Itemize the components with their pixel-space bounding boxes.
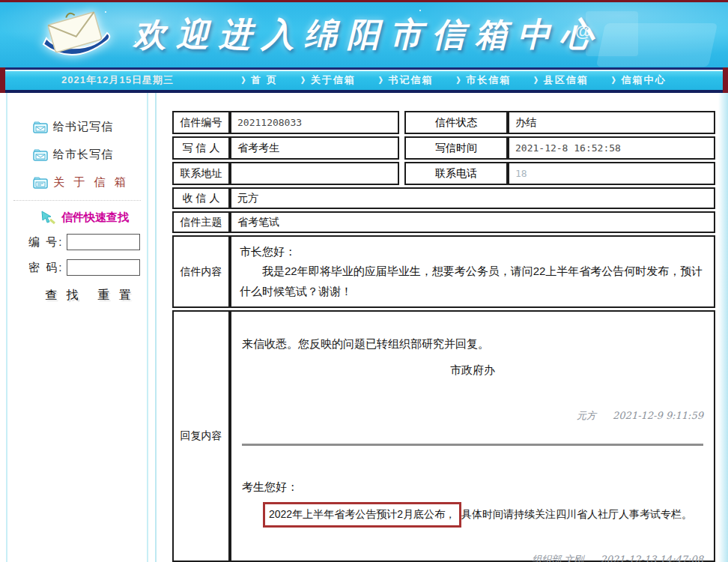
table-row: 联系地址 联系电话 18 [172,162,715,185]
reply-content-label: 回复内容 [172,310,230,562]
nav-item-county-mailbox[interactable]: 》县区信箱 [534,73,589,87]
letter-greeting: 市长您好： [240,242,706,262]
letter-body: 我是22年即将毕业的应届毕业生，想要考公务员，请问22上半年省考公告何时发布，预… [240,262,706,301]
chevron-bullet-icon: 》 [456,76,464,85]
keyboard-decoration [596,23,718,67]
mail-folder-icon [33,149,48,161]
sparkle-decoration [105,11,106,13]
mailbox-center-page: 欢迎进入绵阳市信箱中心 @ 2021年12月15日星期三 》首 页 》关于信箱 … [0,0,728,562]
reply2-time: 2021-12-13 14:47:08 [601,554,703,562]
sidebar-link-about-mailbox[interactable]: 关 于 信 箱 [33,175,147,190]
table-row: 信件内容 市长您好： 我是22年即将毕业的应届毕业生，想要考公务员，请问22上半… [172,235,715,308]
writer-value: 省考考生 [230,136,399,160]
mail-folder-icon [33,177,48,189]
chevron-bullet-icon: 》 [241,76,249,85]
table-row: 信件主题 省考笔试 [172,211,715,233]
quick-search-title: 信件快速查找 [61,211,129,225]
letter-number-label: 信件编号 [172,111,230,134]
nav-item-mailbox-center[interactable]: 》信箱中心 [612,73,667,87]
contact-address-value [230,162,399,185]
nav-item-label: 信箱中心 [622,74,667,85]
table-row: 回复内容 来信收悉。您反映的问题已转组织部研究并回复。 市政府办 元方 2021… [172,310,715,562]
nav-items: 》首 页 》关于信箱 》书记信箱 》市长信箱 》县区信箱 》信箱中心 [230,73,723,87]
subject-value: 省考笔试 [230,211,715,233]
nav-item-about-mailbox[interactable]: 》关于信箱 [301,73,356,87]
reply1-signer: 元方 [577,410,596,421]
letter-number-value: 20211208033 [230,111,399,134]
reply1-office: 市政府办 [242,363,703,378]
nav-item-secretary-mailbox[interactable]: 》书记信箱 [378,73,433,87]
letter-status-label: 信件状态 [404,111,508,134]
reply-content-value: 来信收悉。您反映的问题已转组织部研究并回复。 市政府办 元方 2021-12-9… [230,310,715,562]
sidebar-link-label: 关 于 信 箱 [53,175,129,190]
letter-detail-table: 信件编号 20211208033 信件状态 办结 写 信 人 省考考生 写信时间… [172,111,715,562]
write-time-label: 写信时间 [404,136,508,160]
reply2-greeting: 考生您好： [242,480,703,495]
sidebar-rail-divider [155,93,157,562]
right-edge-stripe [718,93,728,562]
contact-phone-value: 18 [508,162,715,185]
nav-date: 2021年12月15日星期三 [5,73,230,87]
nav-item-label: 首 页 [251,74,278,85]
reply1-signature: 元方 2021-12-9 9:11:59 [242,409,703,423]
nav-item-label: 书记信箱 [388,74,433,85]
password-label: 密 码: [28,261,63,275]
table-row: 写 信 人 省考考生 写信时间 2021-12-8 16:52:58 [172,136,715,160]
reset-button[interactable]: 重 置 [97,288,133,303]
letter-id-label: 编 号: [28,235,63,250]
mail-folder-icon [33,121,48,133]
writer-label: 写 信 人 [172,136,230,160]
contact-address-label: 联系地址 [172,162,230,185]
sidebar-link-write-secretary[interactable]: 给书记写信 [33,120,147,134]
sidebar-link-label: 给市长写信 [53,148,113,162]
sidebar-link-write-mayor[interactable]: 给市长写信 [33,148,147,162]
letter-status-value: 办结 [508,111,715,134]
nav-item-label: 关于信箱 [311,74,356,85]
reply1-time: 2021-12-9 9:11:59 [613,410,703,421]
quick-search-heading: 信件快速查找 [40,210,147,225]
letter-content-value: 市长您好： 我是22年即将毕业的应届毕业生，想要考公务员，请问22上半年省考公告… [230,235,715,308]
envelope-logo-icon [31,7,126,67]
chevron-bullet-icon: 》 [612,76,620,85]
chevron-bullet-icon: 》 [301,76,309,85]
nav-item-mayor-mailbox[interactable]: 》市长信箱 [456,73,511,87]
letter-id-input[interactable] [67,234,140,250]
reply-divider [242,444,703,446]
at-decoration-icon: @ [575,22,591,41]
magnifier-cursor-icon [40,210,57,225]
sidebar-link-label: 给书记写信 [53,120,113,134]
password-input[interactable] [67,259,140,276]
header-banner: 欢迎进入绵阳市信箱中心 @ [0,0,728,67]
reply2-body: 2022年上半年省考公告预计2月底公布，具体时间请持续关注四川省人社厅人事考试专… [242,502,703,528]
contact-phone-label: 联系电话 [404,162,508,185]
table-row: 信件编号 20211208033 信件状态 办结 [172,111,715,134]
chevron-bullet-icon: 》 [378,76,386,85]
search-button[interactable]: 查 找 [45,288,81,303]
nav-item-label: 市长信箱 [466,74,511,85]
table-row: 收 信 人 元方 [172,187,715,209]
recipient-label: 收 信 人 [172,187,230,209]
highlighted-announcement: 2022年上半年省考公告预计2月底公布， [263,502,461,528]
reply2-signer: 组织部 文刚 [532,554,583,562]
nav-item-home[interactable]: 》首 页 [241,73,278,87]
reply2-rest: 具体时间请持续关注四川省人社厅人事考试专栏。 [461,508,692,520]
letter-content-label: 信件内容 [172,235,230,308]
reply1-body: 来信收悉。您反映的问题已转组织部研究并回复。 [242,337,703,351]
recipient-value: 元方 [230,187,715,209]
nav-item-label: 县区信箱 [544,74,589,85]
chevron-bullet-icon: 》 [534,76,542,85]
sidebar: 给书记写信 给市长写信 关 于 信 箱 [6,93,148,562]
reply2-signature: 组织部 文刚 2021-12-13 14:47:08 [242,553,703,562]
subject-label: 信件主题 [172,211,230,233]
write-time-value: 2021-12-8 16:52:58 [508,136,715,160]
page-title: 欢迎进入绵阳市信箱中心 [133,13,643,57]
nav-bar: 2021年12月15日星期三 》首 页 》关于信箱 》书记信箱 》市长信箱 》县… [0,67,728,93]
sidebar-divider [13,200,141,201]
